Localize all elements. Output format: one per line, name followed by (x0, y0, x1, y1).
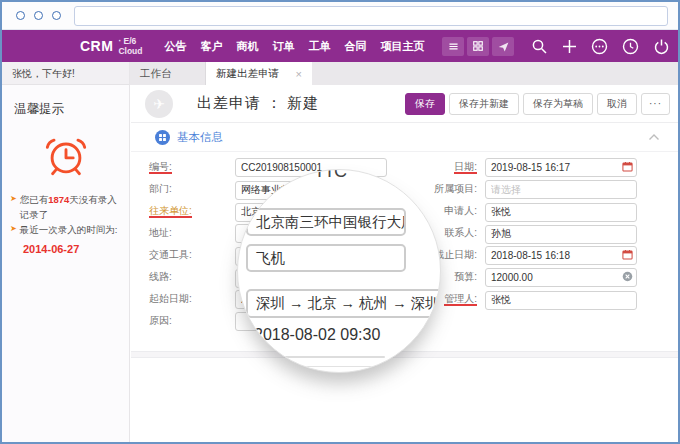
greeting-text: 张悦，下午好! (2, 62, 129, 85)
calendar-icon[interactable] (622, 161, 633, 172)
more-actions-button[interactable]: ··· (641, 93, 670, 115)
budget-input[interactable] (485, 268, 637, 287)
nav-item-project-home[interactable]: 项目主页 (380, 39, 424, 54)
save-button[interactable]: 保存 (405, 93, 445, 115)
sidebar: 张悦，下午好! 温馨提示 ➤ 您已有1874天没有录入记录了 ➤ 最近一次录入的… (2, 62, 130, 442)
tab-new-trip-request[interactable]: 新建出差申请 × (206, 62, 312, 85)
manager-input[interactable] (485, 291, 637, 310)
date-input[interactable] (485, 158, 637, 177)
field-label: 编号: (149, 161, 172, 174)
tab-workbench[interactable]: 工作台 (130, 62, 206, 85)
clear-icon[interactable] (622, 271, 633, 282)
nav-item-orders[interactable]: 订单 (272, 39, 294, 54)
list-view-button[interactable] (442, 37, 464, 56)
field-contact: 联系人: (417, 223, 655, 242)
tips-list: ➤ 您已有1874天没有录入记录了 ➤ 最近一次录入的时间为: 2014-06-… (10, 192, 123, 258)
app-header: CRM · E/6 Cloud 公告 客户 商机 订单 工单 合同 项目主页 (2, 30, 678, 62)
nav-item-work-orders[interactable]: 工单 (308, 39, 330, 54)
chevron-up-icon (648, 133, 660, 141)
field-applicant: 申请人: (417, 201, 655, 220)
applicant-input[interactable] (485, 203, 637, 222)
tab-label: 新建出差申请 (216, 67, 279, 81)
calendar-icon[interactable] (622, 249, 633, 260)
history-clock-icon[interactable] (622, 38, 639, 55)
brand-name: CRM (80, 38, 113, 54)
add-icon[interactable] (562, 39, 577, 54)
magnified-account-value: 北京南三环中国银行大厦 (246, 208, 406, 236)
section-header-basic-info: 基本信息 (131, 123, 678, 152)
alarm-clock-icon (43, 132, 89, 180)
save-as-draft-button[interactable]: 保存为草稿 (523, 93, 593, 115)
window-control-icon[interactable] (34, 11, 43, 20)
field-budget: 预算: (417, 267, 655, 286)
field-label: 线路: (149, 270, 235, 284)
nav-item-contracts[interactable]: 合同 (344, 39, 366, 54)
address-bar-input[interactable] (74, 6, 668, 26)
field-label: 原因: (149, 314, 235, 328)
field-label: 交通工具: (149, 248, 235, 262)
paper-plane-icon (497, 40, 510, 53)
tips-title: 温馨提示 (14, 101, 129, 118)
nav-item-opportunities[interactable]: 商机 (236, 39, 258, 54)
cancel-button[interactable]: 取消 (597, 93, 637, 115)
magnified-transport-value: 飞机 (246, 244, 406, 272)
action-buttons: 保存 保存并新建 保存为草稿 取消 ··· (401, 93, 670, 115)
form-header: ✈ 出差申请 ： 新建 保存 保存并新建 保存为草稿 取消 ··· (131, 85, 678, 123)
browser-window: CRM · E/6 Cloud 公告 客户 商机 订单 工单 合同 项目主页 工… (0, 0, 680, 444)
contact-input[interactable] (485, 225, 637, 244)
bullet-arrow-icon: ➤ (10, 223, 17, 237)
field-label: 所属项目: (417, 182, 485, 196)
nav-item-customers[interactable]: 客户 (200, 39, 222, 54)
last-entry-date: 2014-06-27 (23, 241, 123, 259)
days-count: 1874 (48, 194, 69, 205)
send-button[interactable] (492, 37, 514, 56)
magnifier-overlay: TIC 北京南三环中国银行大厦 飞机 深圳 → 北京 → 杭州 → 深圳 201… (237, 169, 441, 373)
grid-icon (472, 40, 484, 52)
section-divider (131, 351, 678, 358)
field-label: 往来单位: (149, 205, 192, 218)
trip-avatar: ✈ (145, 90, 173, 118)
collapse-section-button[interactable] (648, 133, 660, 141)
section-grid-icon (155, 130, 170, 145)
brand-suffix: · E/6 Cloud (118, 36, 142, 56)
page-title: 出差申请 ： 新建 (197, 94, 319, 113)
field-date: 日期: (417, 157, 655, 176)
field-label: 地址: (149, 226, 235, 240)
deadline-input[interactable] (485, 246, 637, 265)
nav-item-announcements[interactable]: 公告 (164, 39, 186, 54)
tip-text: 您已有1874天没有录入记录了 (20, 192, 123, 222)
magnified-route-value: 深圳 → 北京 → 杭州 → 深圳 (246, 289, 441, 318)
close-tab-icon[interactable]: × (296, 68, 302, 80)
header-actions (517, 38, 670, 55)
field-label: 起始日期: (149, 292, 235, 306)
window-control-icon[interactable] (16, 11, 25, 20)
save-and-new-button[interactable]: 保存并新建 (449, 93, 519, 115)
power-icon[interactable] (653, 38, 670, 55)
field-label: 日期: (454, 161, 477, 174)
field-deadline: 截止日期: (417, 245, 655, 264)
form-column-right: 日期: 所属项目: 申请人: 联系人: 截止日期: (417, 157, 655, 311)
hamburger-icon (447, 40, 460, 53)
main-nav: 公告 客户 商机 订单 工单 合同 项目主页 (164, 39, 438, 54)
search-icon[interactable] (531, 38, 548, 55)
magnified-clipped-text: TIC (314, 169, 349, 182)
field-label: 部门: (149, 182, 235, 196)
project-select[interactable] (485, 180, 637, 199)
airplane-icon: ✈ (153, 96, 165, 112)
more-options-icon[interactable] (591, 38, 608, 55)
grid-view-button[interactable] (467, 37, 489, 56)
field-manager: 管理人: (417, 289, 655, 308)
browser-chrome (2, 2, 678, 30)
section-title: 基本信息 (177, 130, 223, 145)
tab-bar: 工作台 新建出差申请 × (130, 62, 678, 85)
tip-item: ➤ 您已有1874天没有录入记录了 (10, 192, 123, 222)
tab-label: 工作台 (140, 67, 172, 81)
tip-item: ➤ 最近一次录入的时间为: (10, 222, 123, 237)
field-label: 申请人: (417, 204, 485, 218)
magnified-start-date-value: 2018-08-02 09:30 (254, 326, 380, 344)
window-control-icon[interactable] (52, 11, 61, 20)
bullet-arrow-icon: ➤ (10, 193, 17, 222)
field-project: 所属项目: (417, 179, 655, 198)
field-label: 管理人: (444, 293, 477, 306)
view-switch-group (442, 37, 517, 56)
